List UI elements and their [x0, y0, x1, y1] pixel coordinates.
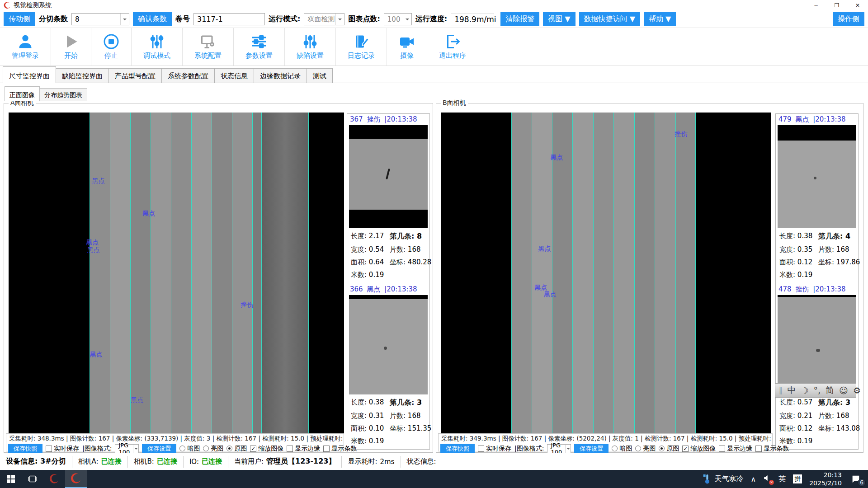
weather-text: 天气寒冷 [714, 474, 743, 484]
drive-side-button[interactable]: 传动侧 [4, 12, 35, 26]
running-app-button[interactable] [65, 470, 87, 488]
zoom-image-checkbox[interactable]: ✓缩放图像 [250, 445, 283, 453]
stat-pieces: 片数: 168 [818, 412, 860, 420]
clock[interactable]: 20:13 2025/2/10 [809, 471, 842, 487]
stat-meters: 米数: 0.19 [779, 271, 818, 279]
slit-count-select[interactable]: 8 [71, 13, 129, 25]
ime-settings-icon[interactable]: ⚙ [853, 385, 861, 395]
tab-status-info[interactable]: 状态信息 [214, 68, 254, 83]
action-center-button[interactable]: 6 [849, 473, 863, 485]
volume-muted-icon[interactable]: ✕ [763, 474, 771, 484]
debug-mode-button[interactable]: 调试模式 [132, 28, 183, 66]
ime-punctuation-icon[interactable]: °, [814, 385, 821, 395]
realtime-save-checkbox[interactable]: 实时保存 [46, 445, 79, 453]
save-settings-button[interactable]: 保存设置 [142, 444, 176, 454]
tray-expand-chevron[interactable]: ∧ [750, 475, 756, 483]
tab-test[interactable]: 测试 [307, 68, 333, 83]
dot-mark [816, 349, 820, 352]
stat-width: 宽度: 0.54 [351, 245, 390, 254]
subtab-front-image[interactable]: 正面图像 [5, 86, 40, 101]
ribbon-label: 停止 [104, 52, 118, 60]
data-quick-access-button[interactable]: 数据快捷访问 ▼ [579, 12, 640, 26]
defect-settings-button[interactable]: 缺陷设置 [285, 28, 336, 66]
clear-alarm-button[interactable]: 清除报警 [500, 12, 539, 26]
help-menu-button[interactable]: 帮助 ▼ [644, 12, 676, 26]
save-settings-button[interactable]: 保存设置 [574, 444, 609, 454]
defect-card-header[interactable]: 479 黑点 |20:13:38 [776, 114, 858, 125]
defect-thumbnail[interactable] [349, 295, 428, 394]
roll-number-input[interactable]: 3117-1 [193, 13, 265, 25]
radio-bright-image[interactable]: 亮图 [203, 445, 223, 453]
defect-card-header[interactable]: 366 黑点 |20:13:38 [347, 284, 429, 295]
defect-id: 478 [778, 285, 792, 293]
stop-button[interactable]: 停止 [91, 28, 132, 66]
language-indicator[interactable]: 英 [778, 474, 786, 484]
view-menu-button[interactable]: 视图 ▼ [543, 12, 575, 26]
ime-simplified-icon[interactable]: 简 [826, 385, 834, 396]
log-book-icon [353, 33, 369, 50]
show-edge-checkbox[interactable]: 显示边缘 [287, 445, 320, 453]
radio-original-image[interactable]: 原图 [226, 445, 247, 453]
radio-bright-image[interactable]: 亮图 [635, 445, 656, 453]
tab-product-model[interactable]: 产品型号配置 [108, 68, 162, 83]
save-snapshot-button[interactable]: 保存快照 [440, 444, 475, 454]
start-button[interactable] [0, 470, 22, 488]
subtab-trend-chart[interactable]: 分布趋势图表 [39, 88, 87, 101]
parameter-settings-button[interactable]: 参数设置 [234, 28, 285, 66]
confirm-count-button[interactable]: 确认条数 [133, 12, 172, 26]
app-logo-icon [4, 2, 11, 9]
tab-size-monitor[interactable]: 尺寸监控界面 [3, 66, 56, 83]
connected-status: 已连接 [157, 457, 177, 466]
defect-thumbnail[interactable] [778, 125, 856, 228]
log-record-button[interactable]: 日志记录 [336, 28, 387, 66]
admin-login-button[interactable]: 管理登录 [0, 28, 51, 66]
realtime-save-checkbox[interactable]: 实时保存 [478, 445, 511, 453]
camera-b-controls: 保存快照 实时保存 |图像格式: JPG 100 保存设置 暗图 亮图 原图 ✓… [439, 444, 772, 453]
show-strips-checkbox[interactable]: 显示条数 [755, 445, 789, 453]
exit-program-button[interactable]: 退出程序 [427, 28, 478, 66]
defect-card-header[interactable]: 478 挫伤 |20:13:38 [776, 284, 858, 295]
radio-dark-image[interactable]: 暗图 [179, 445, 200, 453]
system-config-button[interactable]: 系统配置 [183, 28, 234, 66]
ime-mode-indicator[interactable]: 拼 [793, 474, 802, 483]
run-mode-select[interactable]: 双面检测 [304, 13, 344, 25]
camera-b-image[interactable]: 挫伤黑点黑点黑点黑点 [441, 113, 771, 434]
minimize-button[interactable]: ─ [806, 0, 826, 11]
ime-chinese-mode[interactable]: 中 [788, 385, 796, 396]
save-snapshot-button[interactable]: 保存快照 [8, 444, 42, 454]
operate-side-button[interactable]: 操作侧 [833, 12, 864, 26]
defect-thumbnail[interactable] [349, 125, 428, 228]
ime-moon-icon[interactable]: ☽ [801, 385, 809, 395]
tab-edge-data[interactable]: 边缘数据记录 [254, 68, 307, 83]
windows-logo-icon [7, 475, 15, 483]
task-view-button[interactable] [22, 470, 43, 488]
camera-a-image[interactable]: 黑点黑点黑点黑点挫伤黑点黑点 [9, 113, 344, 434]
zoom-image-checkbox[interactable]: ✓缩放图像 [682, 445, 716, 453]
image-format-select[interactable]: JPG 100 [115, 444, 139, 453]
weather-widget[interactable]: 天气寒冷 [703, 474, 743, 484]
ime-drag-handle[interactable]: ‖ [779, 386, 783, 394]
radio-original-image[interactable]: 原图 [659, 445, 679, 453]
stat-coord: 坐标: 143.08 [818, 424, 860, 433]
camera-icon [399, 33, 415, 50]
image-format-select[interactable]: JPG 100 [547, 444, 571, 453]
capture-button[interactable]: 摄像 [387, 28, 427, 66]
defect-thumbnail[interactable] [778, 295, 856, 394]
show-strips-checkbox[interactable]: 显示条数 [323, 445, 357, 453]
checkbox-icon [755, 446, 762, 452]
maximize-button[interactable]: ❐ [826, 0, 847, 11]
show-edge-checkbox[interactable]: 显示边缘 [719, 445, 752, 453]
radio-dark-image[interactable]: 暗图 [612, 445, 632, 453]
ime-emoji-icon[interactable]: ☺ [839, 385, 848, 395]
debug-sliders-icon [149, 33, 165, 50]
radio-icon [179, 446, 185, 451]
pinned-app-button[interactable] [43, 470, 65, 488]
app-logo-icon [71, 473, 81, 484]
defect-card-header[interactable]: 367 挫伤 |20:13:38 [347, 114, 429, 125]
close-button[interactable]: ✕ [847, 0, 868, 11]
chart-points-select[interactable]: 100 [384, 13, 412, 25]
tab-system-params[interactable]: 系统参数配置 [161, 68, 215, 83]
stat-coord: 坐标: 197.86 [818, 258, 860, 267]
tab-defect-monitor[interactable]: 缺陷监控界面 [56, 68, 109, 83]
start-button[interactable]: 开始 [51, 28, 91, 66]
